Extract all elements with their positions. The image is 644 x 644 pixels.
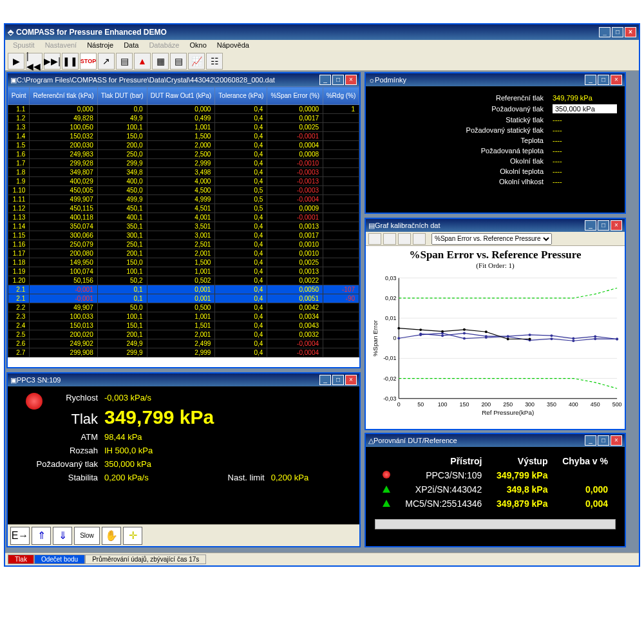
table-row[interactable]: 1.6249,983250,02,5000,40,0008 <box>8 150 359 159</box>
column-header[interactable]: Point <box>8 87 30 105</box>
condition-value: ---- <box>553 147 617 155</box>
minimize-button[interactable]: _ <box>319 375 331 385</box>
close-button[interactable]: × <box>611 75 622 85</box>
doc-icon[interactable]: ☷ <box>206 53 223 70</box>
column-header[interactable]: %Span Error (%) <box>267 87 323 105</box>
table-row[interactable]: 1.8349,807349,83,4980,4-0,0003 <box>8 168 359 177</box>
graph-title[interactable]: ▤ Graf kalibračních dat _ □ × <box>366 219 625 232</box>
minimize-button[interactable]: _ <box>599 27 611 37</box>
table-row[interactable]: 1.14350,074350,13,5010,40,0013 <box>8 222 359 231</box>
list-icon[interactable]: ▤ <box>170 53 187 70</box>
table-row[interactable]: 1.9400,029400,04,0000,4-0,0013 <box>8 177 359 186</box>
print-icon[interactable] <box>368 233 381 245</box>
legend-icon[interactable] <box>413 233 426 245</box>
data-body[interactable]: PointReferenční tlak (kPa)Tlak DUT (bar)… <box>8 86 359 367</box>
table-row[interactable]: 1.3100,050100,11,0010,40,0025 <box>8 123 359 132</box>
config-icon[interactable] <box>398 233 411 245</box>
play-button[interactable]: ▶ <box>8 53 24 70</box>
table-row[interactable]: 1.4150,032150,01,5000,4-0,0001 <box>8 132 359 141</box>
table-row[interactable]: 1.17200,080200,12,0010,40,0010 <box>8 249 359 258</box>
slow-button[interactable]: Slow <box>74 527 100 545</box>
close-button[interactable]: × <box>611 220 622 231</box>
settings-icon[interactable]: ▤ <box>116 53 133 70</box>
table-row[interactable]: 2.7299,908299,92,9990,4-0,0004 <box>8 348 359 357</box>
minimize-button[interactable]: _ <box>585 75 596 85</box>
grid-icon[interactable]: ▦ <box>152 53 169 70</box>
conditions-body: Referenční tlak349,799 kPaPožadovaný tla… <box>366 86 625 213</box>
maximize-button[interactable]: □ <box>612 27 623 37</box>
table-row[interactable]: 1.249,82849,90,4990,40,0017 <box>8 114 359 123</box>
table-row[interactable]: 1.10450,005450,04,5000,5-0,0003 <box>8 186 359 195</box>
condition-value[interactable]: 350,000 kPa <box>553 104 617 113</box>
minimize-button[interactable]: _ <box>319 75 331 85</box>
svg-text:350: 350 <box>547 401 556 408</box>
column-header[interactable]: Tlak DUT (bar) <box>97 87 147 105</box>
table-row[interactable]: 2.3100,033100,11,0010,40,0034 <box>8 312 359 321</box>
rewind-button[interactable]: |◀◀ <box>26 53 43 70</box>
close-button[interactable]: × <box>625 27 636 37</box>
table-row[interactable]: 1.13400,118400,14,0010,4-0,0001 <box>8 213 359 222</box>
table-row[interactable]: 1.18149,950150,01,5000,40,0025 <box>8 258 359 267</box>
maximize-button[interactable]: □ <box>598 75 609 85</box>
table-row[interactable]: 2.6249,902249,92,4990,4-0,0004 <box>8 339 359 348</box>
column-header[interactable]: Referenční tlak (kPa) <box>30 87 97 105</box>
statusbar: Tlak Odečet bodu Průměrování údajů, zbýv… <box>5 553 639 565</box>
column-header[interactable]: %Rdg (%) <box>323 87 359 105</box>
graph-type-select[interactable]: %Span Error vs. Reference Pressure <box>431 233 552 245</box>
table-row[interactable]: 2.249,90750,00,5000,40,0042 <box>8 303 359 312</box>
condition-label: Požadovaný statický tlak <box>466 126 544 134</box>
chart-icon[interactable]: 📈 <box>188 53 205 70</box>
stop-button[interactable]: STOP <box>80 53 97 70</box>
table-row[interactable]: 1.10,0000,00,0000,40,00001 <box>8 105 359 114</box>
column-header[interactable]: DUT Raw Out1 (kPa) <box>147 87 215 105</box>
forward-button[interactable]: ▶▶| <box>44 53 61 70</box>
table-row[interactable]: 1.2050,15650,20,5020,40,0022 <box>8 276 359 285</box>
table-cell: 0,4 <box>215 348 267 357</box>
table-cell: 0,0050 <box>267 285 323 294</box>
column-header[interactable]: Tolerance (kPa) <box>215 87 267 105</box>
close-button[interactable]: × <box>345 75 357 85</box>
table-cell: 450,115 <box>30 204 97 213</box>
warning-icon[interactable]: ▲ <box>134 53 151 70</box>
maximize-button[interactable]: □ <box>598 435 609 446</box>
hand-button[interactable]: ✋ <box>102 527 121 545</box>
table-row[interactable]: 1.5200,030200,02,0000,40,0004 <box>8 141 359 150</box>
comparison-title[interactable]: △ Porovnání DUT/Reference _ □ × <box>366 434 625 447</box>
menu-data[interactable]: Data <box>118 40 144 52</box>
export-icon[interactable] <box>383 233 396 245</box>
up-arrow-button[interactable]: ⇑ <box>32 527 51 545</box>
crosshair-button[interactable]: ✛ <box>123 527 142 545</box>
menu-nástroje[interactable]: Nástroje <box>82 40 118 52</box>
table-row[interactable]: 1.19100,074100,11,0010,40,0013 <box>8 267 359 276</box>
scrollbar[interactable] <box>375 519 616 529</box>
menu-nápověda[interactable]: Nápověda <box>212 40 254 52</box>
menu-okno[interactable]: Okno <box>184 40 211 52</box>
table-row[interactable]: 2.1-0,0010,10,0010,40,0051-90 <box>8 294 359 303</box>
down-arrow-button[interactable]: ⇓ <box>53 527 72 545</box>
pause-button[interactable]: ❚❚ <box>62 53 79 70</box>
table-cell: 0,0032 <box>267 330 323 339</box>
table-cell: -0,0013 <box>267 177 323 186</box>
table-row[interactable]: 2.1-0,0010,10,0010,40,0050-107 <box>8 285 359 294</box>
conditions-title[interactable]: ☼ Podmínky _ □ × <box>366 73 625 86</box>
table-row[interactable]: 1.15300,066300,13,0010,40,0017 <box>8 231 359 240</box>
table-row[interactable]: 1.16250,079250,12,5010,40,0010 <box>8 240 359 249</box>
maximize-button[interactable]: □ <box>332 375 344 385</box>
minimize-button[interactable]: _ <box>585 435 596 446</box>
close-button[interactable]: × <box>345 375 357 385</box>
table-row[interactable]: 2.4150,013150,11,5010,40,0043 <box>8 321 359 330</box>
close-button[interactable]: × <box>611 435 622 446</box>
data-window-title[interactable]: ▣ C:\Program Files\COMPASS for Pressure\… <box>8 73 359 86</box>
graph-window: ▤ Graf kalibračních dat _ □ × %Span Erro… <box>365 218 626 430</box>
maximize-button[interactable]: □ <box>332 75 344 85</box>
maximize-button[interactable]: □ <box>598 220 609 231</box>
table-row[interactable]: 1.11499,907499,94,9990,5-0,0004 <box>8 195 359 204</box>
app-title: COMPASS for Pressure Enhanced DEMO <box>14 28 599 37</box>
table-cell: 2,501 <box>147 240 215 249</box>
table-row[interactable]: 2.5200,020200,12,0010,40,0032 <box>8 330 359 339</box>
minimize-button[interactable]: _ <box>585 220 596 231</box>
table-row[interactable]: 1.12450,115450,14,5010,50,0009 <box>8 204 359 213</box>
table-row[interactable]: 1.7299,928299,92,9990,4-0,0010 <box>8 159 359 168</box>
ppc3-title[interactable]: ▣ PPC3 SN:109 _ □ × <box>8 374 359 386</box>
exit-button[interactable]: E→ <box>10 527 30 545</box>
